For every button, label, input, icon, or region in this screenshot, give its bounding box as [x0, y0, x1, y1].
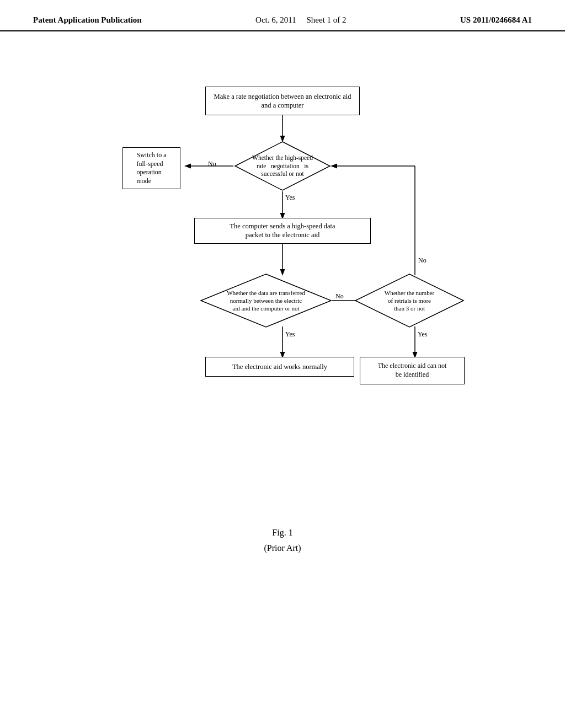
diamond2-label: Whether the data are transferrednormally…	[220, 289, 312, 313]
no1-label: No	[208, 160, 216, 169]
yes1-label: Yes	[285, 194, 295, 202]
no3-label: No	[418, 256, 427, 265]
main-content: Make a rate negotiation between an elect…	[0, 31, 565, 575]
diamond1-label: Whether the high-speedrate negotiation i…	[242, 154, 323, 179]
send-packet-box: The computer sends a high-speed datapack…	[194, 218, 371, 244]
no2-label: No	[335, 292, 344, 301]
page-header: Patent Application Publication Oct. 6, 2…	[0, 0, 565, 31]
switch-mode-box: Switch to afull-speedoperationmode	[122, 147, 180, 189]
start-label: Make a rate negotiation between an elect…	[214, 92, 351, 110]
diamond1-container: Whether the high-speedrate negotiation i…	[234, 141, 331, 191]
cannot-identified-label: The electronic aid can notbe identified	[378, 362, 447, 379]
fig-label: Fig. 1	[272, 528, 292, 538]
header-patent-number: US 2011/0246684 A1	[460, 15, 532, 25]
cannot-identified-box: The electronic aid can notbe identified	[360, 357, 465, 384]
start-box: Make a rate negotiation between an elect…	[205, 87, 360, 115]
works-normally-box: The electronic aid works normally	[205, 357, 354, 377]
switch-mode-label: Switch to afull-speedoperationmode	[137, 151, 167, 185]
prior-art-label: (Prior Art)	[264, 543, 301, 553]
header-date: Oct. 6, 2011	[255, 15, 296, 24]
flowchart: Make a rate negotiation between an elect…	[89, 76, 476, 506]
diamond2-container: Whether the data are transferrednormally…	[200, 273, 332, 328]
yes2-label: Yes	[285, 330, 295, 339]
header-sheet: Sheet 1 of 2	[306, 15, 346, 24]
works-normally-label: The electronic aid works normally	[232, 362, 327, 371]
yes3-label: Yes	[418, 330, 427, 339]
send-packet-label: The computer sends a high-speed datapack…	[230, 222, 335, 240]
diamond3-container: Whether the numberof retrials is moretha…	[354, 273, 465, 328]
diamond3-label: Whether the numberof retrials is moretha…	[379, 289, 440, 313]
header-center: Oct. 6, 2011 Sheet 1 of 2	[255, 15, 346, 25]
header-publication-label: Patent Application Publication	[33, 15, 142, 25]
